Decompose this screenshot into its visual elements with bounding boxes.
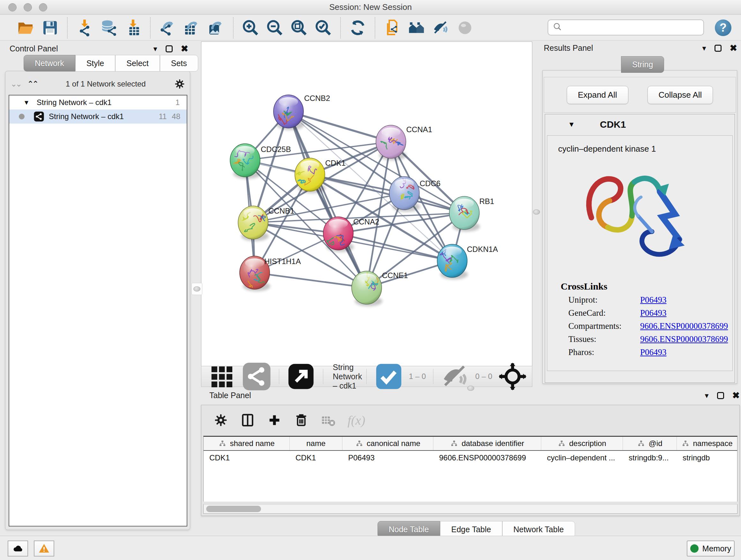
crosslink-link[interactable]: P06493 [640,348,667,357]
network-edge[interactable] [288,111,391,142]
column-header-namespace[interactable]: namespace [677,437,738,450]
float-panel-icon[interactable] [715,45,722,52]
hidden-items-icon[interactable] [440,361,470,391]
tab-network[interactable]: Network [23,55,75,71]
network-node[interactable] [273,95,304,130]
expand-all-button[interactable]: Expand All [567,86,628,104]
refresh-layout-icon[interactable] [347,17,368,38]
export-table-icon[interactable] [181,17,202,38]
help-button[interactable]: ? [715,19,731,36]
float-panel-icon[interactable] [165,45,173,52]
expand-all-networks-icon[interactable]: ⌃⌃ [27,79,37,88]
tab-select[interactable]: Select [115,55,159,71]
crosslink-link[interactable]: P06493 [640,295,667,305]
fit-content-crosshair-icon[interactable] [497,361,528,391]
detach-view-icon[interactable] [286,361,316,391]
traffic-lights [8,3,47,11]
show-graphics-icon[interactable] [455,17,475,38]
warnings-button[interactable] [34,541,54,557]
protein-structure-image [573,157,707,275]
network-view-canvas[interactable]: CCNB2CCNA1CDC25BCDK1CDC6RB1CCNB1CCNA2CDK… [201,42,532,366]
export-image-icon[interactable] [205,17,226,38]
memory-button[interactable]: Memory [687,541,735,557]
close-panel-icon[interactable]: ✖ [181,45,188,52]
zoom-window-button[interactable] [39,3,47,11]
tab-sets[interactable]: Sets [160,55,198,71]
function-builder-icon[interactable]: f(x) [347,413,365,428]
clone-network-icon[interactable] [382,17,403,38]
network-node[interactable] [376,125,407,160]
network-row[interactable]: String Network – cdk1 11 48 [9,110,187,124]
table-row[interactable]: CDK1CDK1P064939606.ENSP00000378699cyclin… [204,451,737,465]
first-neighbors-icon[interactable] [406,17,427,38]
zoom-in-icon[interactable] [240,17,261,38]
network-edge[interactable] [255,273,367,288]
tab-edge-table[interactable]: Edge Table [440,521,502,538]
cloud-button[interactable] [8,541,28,557]
column-header-description[interactable]: description [541,437,623,450]
delete-column-icon[interactable] [294,413,309,428]
tree-expander-icon[interactable]: ▼ [23,99,30,106]
column-type-icon [218,440,226,447]
network-node[interactable] [295,158,326,193]
collapse-panel-icon[interactable]: ▾ [702,44,706,53]
network-overview-icon[interactable] [242,361,272,391]
column-type-icon [557,440,566,447]
section-collapse-icon[interactable]: ▼ [568,120,575,129]
crosslink-label: Uniprot: [568,295,640,305]
minimize-window-button[interactable] [23,3,32,11]
selected-items-checkbox[interactable] [374,361,404,391]
table-settings-icon[interactable] [213,413,228,428]
tab-string[interactable]: String [621,56,664,73]
network-node[interactable] [230,144,261,179]
string-results-card: Expand All Collapse All ▼ CDK1 cyclin–de… [542,70,737,384]
import-network-database-icon[interactable] [98,17,119,38]
zoom-fit-icon[interactable] [288,17,310,38]
network-node[interactable] [352,271,382,306]
left-splitter-handle[interactable] [193,287,200,292]
network-collection-row[interactable]: ▼ String Network – cdk1 1 [9,96,187,110]
network-node[interactable] [238,206,269,241]
import-network-icon[interactable] [74,17,95,38]
zoom-out-icon[interactable] [264,17,285,38]
tab-style[interactable]: Style [75,55,116,71]
crosslink-row: Tissues:9606.ENSP00000378699 [568,334,732,344]
collapse-all-networks-icon[interactable]: ⌄⌄ [10,79,21,88]
export-network-icon[interactable] [157,17,178,38]
network-options-gear-icon[interactable] [174,78,185,90]
title-bar: Session: New Session [0,0,741,15]
column-header-shared-name[interactable]: shared name [204,437,290,450]
close-window-button[interactable] [8,3,17,11]
birds-eye-view-icon[interactable] [206,361,237,391]
add-column-icon[interactable] [267,413,282,428]
zoom-selected-icon[interactable] [313,17,334,38]
crosslink-link[interactable]: 9606.ENSP00000378699 [640,321,728,331]
column-header-database-identifier[interactable]: database identifier [433,437,541,450]
tab-network-table[interactable]: Network Table [502,521,575,538]
column-header-canonical-name[interactable]: canonical name [342,437,433,450]
close-panel-icon[interactable]: ✖ [732,392,740,399]
hide-selected-icon[interactable] [430,17,451,38]
network-node[interactable] [449,196,480,232]
tab-node-table[interactable]: Node Table [378,521,440,538]
save-session-icon[interactable] [40,17,61,38]
open-file-icon[interactable] [15,17,37,38]
scrollbar-thumb[interactable] [206,506,261,512]
crosslink-link[interactable]: 9606.ENSP00000378699 [640,334,728,344]
delete-table-icon[interactable] [321,413,335,428]
collapse-panel-icon[interactable]: ▾ [153,44,157,53]
search-input[interactable] [565,23,703,32]
collapse-all-button[interactable]: Collapse All [648,86,713,104]
network-node[interactable] [323,217,354,252]
import-table-icon[interactable] [123,17,144,38]
network-node[interactable] [437,244,468,279]
collapse-panel-icon[interactable]: ▾ [704,391,709,400]
column-header-name[interactable]: name [290,437,342,450]
crosslink-link[interactable]: P06493 [640,308,667,318]
split-columns-icon[interactable] [240,413,255,428]
float-panel-icon[interactable] [717,392,724,399]
table-horizontal-scrollbar[interactable] [203,504,738,514]
column-header-@id[interactable]: @id [623,437,677,450]
network-node[interactable] [389,177,420,212]
close-panel-icon[interactable]: ✖ [730,45,737,52]
